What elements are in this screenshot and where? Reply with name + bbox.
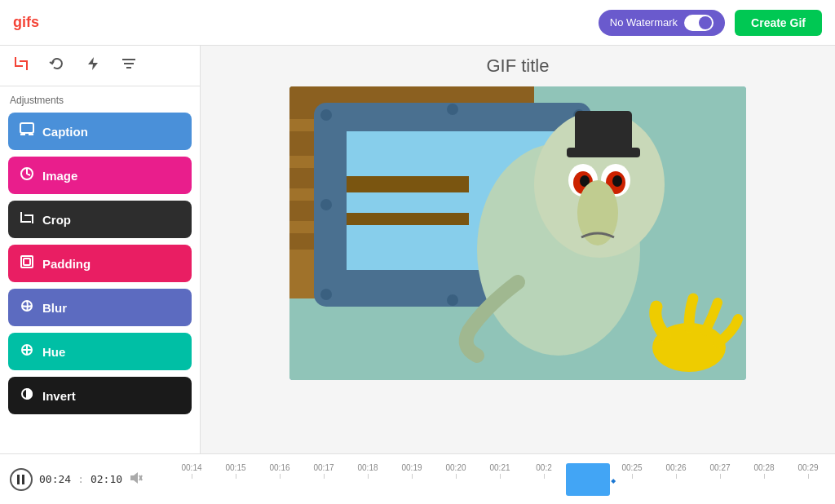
pause-button[interactable]: [10, 468, 33, 491]
adjustments-panel: Adjustments Caption Image Crop: [0, 86, 200, 453]
time-tick: 00:18: [346, 463, 390, 479]
time-tick: 00:25: [610, 463, 654, 479]
svg-rect-6: [124, 63, 134, 64]
caption-button[interactable]: Caption: [8, 113, 192, 150]
time-tick: 00:14: [170, 463, 214, 479]
invert-icon: [20, 387, 34, 405]
padding-button[interactable]: Padding: [8, 245, 192, 282]
header-right: No Watermark Create Gif: [599, 10, 822, 36]
hue-label: Hue: [42, 345, 65, 359]
gif-preview: [289, 86, 746, 380]
svg-point-31: [447, 104, 458, 115]
time-tick: 00:28: [742, 463, 786, 479]
svg-rect-38: [575, 111, 632, 152]
svg-rect-1: [15, 65, 23, 67]
header: gifs No Watermark Create Gif: [0, 0, 835, 46]
svg-rect-49: [22, 475, 24, 484]
time-display: 00:24: [39, 473, 71, 485]
svg-rect-7: [126, 67, 131, 69]
svg-rect-5: [122, 59, 135, 60]
watermark-toggle[interactable]: No Watermark: [599, 10, 725, 36]
time-separator: :: [77, 473, 84, 485]
invert-label: Invert: [42, 389, 76, 403]
timeline-selection[interactable]: ⬥: [566, 463, 610, 496]
crop-button[interactable]: Crop: [8, 201, 192, 238]
preview-area: GIF title: [201, 46, 835, 453]
svg-rect-34: [347, 176, 469, 192]
svg-rect-8: [20, 123, 33, 133]
logo: gifs: [13, 14, 39, 31]
padding-label: Padding: [42, 257, 91, 271]
svg-point-45: [612, 175, 622, 187]
caption-label: Caption: [42, 125, 88, 139]
svg-point-25: [320, 109, 332, 121]
hue-button[interactable]: Hue: [8, 333, 192, 370]
time-tick: 00:15: [214, 463, 258, 479]
preview-image: [289, 86, 746, 380]
svg-rect-35: [347, 213, 469, 225]
rotate-tool-icon[interactable]: [49, 55, 65, 76]
image-button[interactable]: Image: [8, 157, 192, 194]
blur-icon: [20, 298, 34, 316]
svg-point-32: [447, 294, 458, 306]
time-tick: 00:30: [830, 463, 835, 479]
hue-icon: [20, 343, 34, 360]
time-tick: 00:19: [390, 463, 434, 479]
filter-tool-icon[interactable]: [121, 55, 137, 76]
svg-rect-3: [26, 60, 28, 70]
toggle-knob: [699, 16, 712, 29]
blur-label: Blur: [42, 301, 67, 315]
caption-icon: [20, 122, 34, 140]
padding-icon: [20, 254, 34, 272]
main-layout: Adjustments Caption Image Crop: [0, 46, 835, 453]
sidebar: Adjustments Caption Image Crop: [0, 46, 201, 453]
time-tick: 00:21: [478, 463, 522, 479]
time-total: 02:10: [91, 473, 122, 485]
time-tick: 00:27: [698, 463, 742, 479]
crop-label: Crop: [42, 213, 71, 227]
image-label: Image: [42, 169, 77, 183]
svg-rect-13: [24, 259, 30, 265]
time-tick: 00:2: [522, 463, 566, 479]
timeline-controls: 00:24 : 02:10: [0, 468, 163, 491]
lightning-tool-icon[interactable]: [85, 55, 101, 76]
image-icon: [20, 166, 34, 184]
invert-button[interactable]: Invert: [8, 377, 192, 414]
svg-rect-39: [567, 148, 640, 157]
time-tick: 00:20: [434, 463, 478, 479]
blur-button[interactable]: Blur: [8, 289, 192, 326]
crop-btn-icon: [20, 210, 34, 228]
mute-button[interactable]: [129, 471, 144, 489]
timeline: 00:24 : 02:10 00:14 00:15 00:16 00:17 00…: [0, 453, 835, 504]
time-tick: 00:17: [302, 463, 346, 479]
time-tick: 00:26: [654, 463, 698, 479]
time-tick: 00:16: [258, 463, 302, 479]
timeline-track[interactable]: 00:14 00:15 00:16 00:17 00:18 00:19 00:2…: [163, 454, 835, 504]
gif-title: GIF title: [486, 55, 549, 77]
crop-tool-icon[interactable]: [13, 55, 29, 76]
watermark-label: No Watermark: [610, 16, 678, 29]
svg-rect-48: [17, 475, 20, 484]
svg-point-27: [320, 289, 332, 300]
svg-point-29: [320, 199, 332, 210]
sidebar-icon-bar: [0, 46, 200, 86]
svg-marker-4: [88, 57, 98, 70]
toggle-switch[interactable]: [684, 15, 714, 31]
adjustments-label: Adjustments: [8, 95, 192, 106]
time-tick: 00:29: [786, 463, 830, 479]
create-gif-button[interactable]: Create Gif: [735, 10, 822, 36]
